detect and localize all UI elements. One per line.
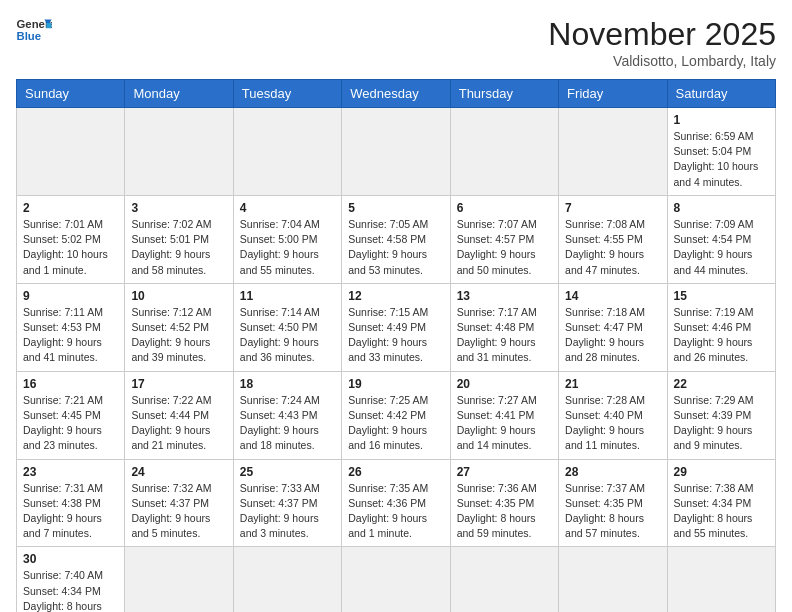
day-number: 29 <box>674 465 769 479</box>
day-number: 13 <box>457 289 552 303</box>
day-info: Sunrise: 7:27 AMSunset: 4:41 PMDaylight:… <box>457 393 552 454</box>
day-number: 9 <box>23 289 118 303</box>
calendar-cell: 9Sunrise: 7:11 AMSunset: 4:53 PMDaylight… <box>17 283 125 371</box>
calendar-cell: 10Sunrise: 7:12 AMSunset: 4:52 PMDayligh… <box>125 283 233 371</box>
calendar-cell: 27Sunrise: 7:36 AMSunset: 4:35 PMDayligh… <box>450 459 558 547</box>
calendar-cell: 17Sunrise: 7:22 AMSunset: 4:44 PMDayligh… <box>125 371 233 459</box>
calendar-cell <box>233 547 341 612</box>
col-header-tuesday: Tuesday <box>233 80 341 108</box>
day-info: Sunrise: 7:14 AMSunset: 4:50 PMDaylight:… <box>240 305 335 366</box>
day-info: Sunrise: 7:05 AMSunset: 4:58 PMDaylight:… <box>348 217 443 278</box>
title-area: November 2025 Valdisotto, Lombardy, Ital… <box>548 16 776 69</box>
calendar-cell: 7Sunrise: 7:08 AMSunset: 4:55 PMDaylight… <box>559 195 667 283</box>
calendar-cell <box>125 108 233 196</box>
day-number: 5 <box>348 201 443 215</box>
day-number: 21 <box>565 377 660 391</box>
day-number: 3 <box>131 201 226 215</box>
calendar-cell: 28Sunrise: 7:37 AMSunset: 4:35 PMDayligh… <box>559 459 667 547</box>
calendar-cell: 8Sunrise: 7:09 AMSunset: 4:54 PMDaylight… <box>667 195 775 283</box>
calendar-header-row: SundayMondayTuesdayWednesdayThursdayFrid… <box>17 80 776 108</box>
calendar-cell <box>559 547 667 612</box>
calendar-cell: 13Sunrise: 7:17 AMSunset: 4:48 PMDayligh… <box>450 283 558 371</box>
day-info: Sunrise: 7:29 AMSunset: 4:39 PMDaylight:… <box>674 393 769 454</box>
day-number: 8 <box>674 201 769 215</box>
day-info: Sunrise: 7:40 AMSunset: 4:34 PMDaylight:… <box>23 568 118 612</box>
day-number: 25 <box>240 465 335 479</box>
day-info: Sunrise: 6:59 AMSunset: 5:04 PMDaylight:… <box>674 129 769 190</box>
location: Valdisotto, Lombardy, Italy <box>548 53 776 69</box>
day-info: Sunrise: 7:08 AMSunset: 4:55 PMDaylight:… <box>565 217 660 278</box>
calendar-cell: 20Sunrise: 7:27 AMSunset: 4:41 PMDayligh… <box>450 371 558 459</box>
day-number: 23 <box>23 465 118 479</box>
calendar-cell: 16Sunrise: 7:21 AMSunset: 4:45 PMDayligh… <box>17 371 125 459</box>
calendar-cell: 14Sunrise: 7:18 AMSunset: 4:47 PMDayligh… <box>559 283 667 371</box>
calendar-week-row: 16Sunrise: 7:21 AMSunset: 4:45 PMDayligh… <box>17 371 776 459</box>
calendar-cell: 3Sunrise: 7:02 AMSunset: 5:01 PMDaylight… <box>125 195 233 283</box>
calendar-cell: 5Sunrise: 7:05 AMSunset: 4:58 PMDaylight… <box>342 195 450 283</box>
calendar-cell <box>342 108 450 196</box>
calendar-cell: 15Sunrise: 7:19 AMSunset: 4:46 PMDayligh… <box>667 283 775 371</box>
day-number: 24 <box>131 465 226 479</box>
col-header-wednesday: Wednesday <box>342 80 450 108</box>
calendar-cell: 2Sunrise: 7:01 AMSunset: 5:02 PMDaylight… <box>17 195 125 283</box>
calendar-cell <box>17 108 125 196</box>
day-info: Sunrise: 7:17 AMSunset: 4:48 PMDaylight:… <box>457 305 552 366</box>
day-info: Sunrise: 7:35 AMSunset: 4:36 PMDaylight:… <box>348 481 443 542</box>
day-number: 22 <box>674 377 769 391</box>
calendar-cell: 21Sunrise: 7:28 AMSunset: 4:40 PMDayligh… <box>559 371 667 459</box>
calendar-cell: 19Sunrise: 7:25 AMSunset: 4:42 PMDayligh… <box>342 371 450 459</box>
day-info: Sunrise: 7:24 AMSunset: 4:43 PMDaylight:… <box>240 393 335 454</box>
day-info: Sunrise: 7:25 AMSunset: 4:42 PMDaylight:… <box>348 393 443 454</box>
day-info: Sunrise: 7:07 AMSunset: 4:57 PMDaylight:… <box>457 217 552 278</box>
calendar-cell: 12Sunrise: 7:15 AMSunset: 4:49 PMDayligh… <box>342 283 450 371</box>
day-info: Sunrise: 7:22 AMSunset: 4:44 PMDaylight:… <box>131 393 226 454</box>
calendar-cell: 26Sunrise: 7:35 AMSunset: 4:36 PMDayligh… <box>342 459 450 547</box>
day-number: 15 <box>674 289 769 303</box>
calendar-cell: 11Sunrise: 7:14 AMSunset: 4:50 PMDayligh… <box>233 283 341 371</box>
calendar-cell: 24Sunrise: 7:32 AMSunset: 4:37 PMDayligh… <box>125 459 233 547</box>
day-info: Sunrise: 7:01 AMSunset: 5:02 PMDaylight:… <box>23 217 118 278</box>
day-number: 19 <box>348 377 443 391</box>
calendar-cell: 29Sunrise: 7:38 AMSunset: 4:34 PMDayligh… <box>667 459 775 547</box>
calendar-cell: 18Sunrise: 7:24 AMSunset: 4:43 PMDayligh… <box>233 371 341 459</box>
calendar-week-row: 9Sunrise: 7:11 AMSunset: 4:53 PMDaylight… <box>17 283 776 371</box>
logo-icon: General Blue <box>16 16 52 44</box>
calendar-cell <box>450 108 558 196</box>
day-number: 20 <box>457 377 552 391</box>
day-number: 26 <box>348 465 443 479</box>
logo: General Blue <box>16 16 52 44</box>
svg-text:Blue: Blue <box>17 30 42 42</box>
day-info: Sunrise: 7:09 AMSunset: 4:54 PMDaylight:… <box>674 217 769 278</box>
calendar-cell: 25Sunrise: 7:33 AMSunset: 4:37 PMDayligh… <box>233 459 341 547</box>
day-info: Sunrise: 7:19 AMSunset: 4:46 PMDaylight:… <box>674 305 769 366</box>
month-title: November 2025 <box>548 16 776 53</box>
day-info: Sunrise: 7:37 AMSunset: 4:35 PMDaylight:… <box>565 481 660 542</box>
day-number: 2 <box>23 201 118 215</box>
calendar-cell: 1Sunrise: 6:59 AMSunset: 5:04 PMDaylight… <box>667 108 775 196</box>
day-number: 4 <box>240 201 335 215</box>
day-number: 10 <box>131 289 226 303</box>
col-header-thursday: Thursday <box>450 80 558 108</box>
day-number: 6 <box>457 201 552 215</box>
day-info: Sunrise: 7:32 AMSunset: 4:37 PMDaylight:… <box>131 481 226 542</box>
day-info: Sunrise: 7:21 AMSunset: 4:45 PMDaylight:… <box>23 393 118 454</box>
calendar-cell: 6Sunrise: 7:07 AMSunset: 4:57 PMDaylight… <box>450 195 558 283</box>
calendar-week-row: 30Sunrise: 7:40 AMSunset: 4:34 PMDayligh… <box>17 547 776 612</box>
day-info: Sunrise: 7:11 AMSunset: 4:53 PMDaylight:… <box>23 305 118 366</box>
day-info: Sunrise: 7:04 AMSunset: 5:00 PMDaylight:… <box>240 217 335 278</box>
calendar-cell <box>667 547 775 612</box>
day-info: Sunrise: 7:12 AMSunset: 4:52 PMDaylight:… <box>131 305 226 366</box>
calendar-cell <box>559 108 667 196</box>
day-number: 27 <box>457 465 552 479</box>
day-info: Sunrise: 7:02 AMSunset: 5:01 PMDaylight:… <box>131 217 226 278</box>
calendar-week-row: 23Sunrise: 7:31 AMSunset: 4:38 PMDayligh… <box>17 459 776 547</box>
col-header-friday: Friday <box>559 80 667 108</box>
day-info: Sunrise: 7:33 AMSunset: 4:37 PMDaylight:… <box>240 481 335 542</box>
day-info: Sunrise: 7:36 AMSunset: 4:35 PMDaylight:… <box>457 481 552 542</box>
day-number: 18 <box>240 377 335 391</box>
calendar: SundayMondayTuesdayWednesdayThursdayFrid… <box>16 79 776 612</box>
calendar-cell <box>125 547 233 612</box>
day-number: 11 <box>240 289 335 303</box>
calendar-cell <box>233 108 341 196</box>
col-header-sunday: Sunday <box>17 80 125 108</box>
